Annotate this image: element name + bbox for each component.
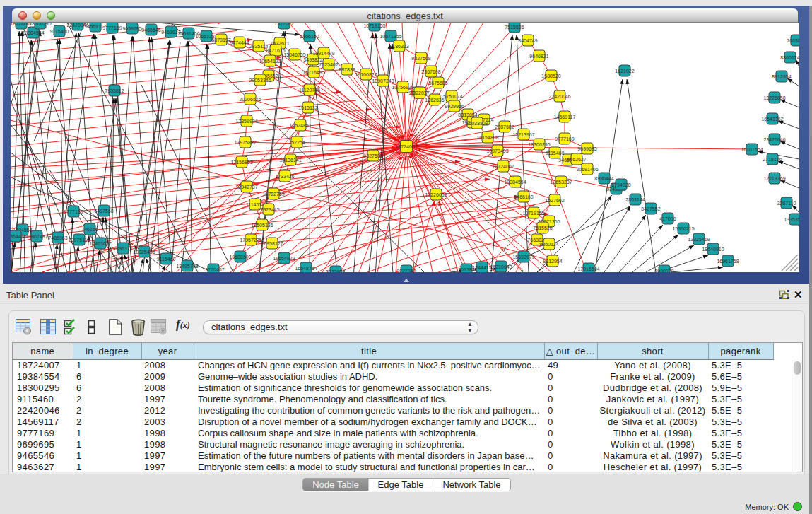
svg-text:7515526: 7515526	[533, 226, 552, 230]
svg-text:9327505: 9327505	[363, 153, 382, 158]
svg-text:9777169: 9777169	[64, 209, 83, 214]
svg-text:9646821: 9646821	[529, 54, 548, 59]
svg-text:12213369: 12213369	[763, 176, 785, 181]
svg-text:7955812: 7955812	[105, 88, 124, 93]
svg-text:9929966: 9929966	[445, 104, 464, 109]
svg-text:9227343: 9227343	[396, 269, 416, 273]
svg-text:14524851: 14524851	[289, 123, 311, 128]
svg-text:8427552: 8427552	[641, 206, 660, 211]
svg-text:1615132: 1615132	[298, 105, 317, 110]
svg-text:13325419: 13325419	[688, 237, 710, 242]
svg-text:10973493: 10973493	[486, 148, 508, 153]
svg-text:12942737: 12942737	[235, 185, 257, 189]
svg-text:9115460: 9115460	[546, 151, 565, 156]
svg-text:17016504: 17016504	[577, 267, 599, 271]
svg-text:9115460: 9115460	[157, 257, 176, 262]
svg-text:252254: 252254	[288, 140, 305, 145]
svg-text:13975887: 13975887	[234, 140, 256, 145]
svg-text:6466160: 6466160	[300, 34, 319, 39]
svg-text:15720407: 15720407	[202, 267, 224, 272]
svg-text:15751074: 15751074	[440, 94, 462, 99]
svg-text:9327508: 9327508	[411, 56, 430, 61]
svg-text:16782759: 16782759	[262, 192, 284, 197]
svg-text:10025438: 10025438	[133, 250, 155, 255]
svg-text:2367608: 2367608	[421, 69, 440, 74]
svg-text:20053346: 20053346	[249, 78, 271, 83]
svg-text:3675685: 3675685	[428, 81, 447, 86]
svg-text:10807487: 10807487	[25, 234, 47, 239]
svg-text:2087682: 2087682	[495, 124, 514, 129]
svg-text:15300215: 15300215	[672, 226, 694, 231]
svg-text:3215958: 3215958	[326, 269, 345, 273]
svg-text:1114519: 1114519	[246, 202, 264, 207]
svg-text:2803144: 2803144	[625, 197, 645, 202]
svg-text:18907243: 18907243	[372, 78, 394, 83]
svg-text:10654122: 10654122	[259, 59, 281, 64]
svg-text:19384554: 19384554	[504, 180, 526, 185]
svg-text:8471675: 8471675	[266, 48, 285, 53]
svg-text:13353594: 13353594	[784, 217, 799, 222]
svg-text:18300295: 18300295	[29, 23, 51, 26]
svg-text:18640910: 18640910	[702, 247, 724, 252]
svg-text:8813054: 8813054	[458, 112, 477, 117]
svg-text:10719155: 10719155	[363, 23, 385, 28]
svg-text:10756928: 10756928	[392, 85, 413, 90]
svg-text:9465546: 9465546	[141, 28, 160, 33]
svg-text:1588520: 1588520	[541, 74, 560, 78]
svg-text:8860124: 8860124	[539, 242, 558, 247]
svg-text:13495798: 13495798	[176, 264, 198, 269]
svg-text:10653287: 10653287	[550, 180, 572, 185]
svg-text:8990444: 8990444	[594, 176, 613, 181]
svg-text:16648754: 16648754	[295, 266, 317, 271]
svg-text:887833: 887833	[339, 67, 355, 72]
svg-text:12505135: 12505135	[251, 223, 273, 228]
svg-text:8454749: 8454749	[518, 38, 537, 43]
svg-text:8860124: 8860124	[780, 55, 799, 60]
svg-text:16961758: 16961758	[717, 259, 739, 264]
svg-text:8912954: 8912954	[543, 259, 562, 264]
svg-text:9777169: 9777169	[102, 25, 122, 30]
svg-text:18724007: 18724007	[395, 144, 417, 149]
svg-text:23420046: 23420046	[763, 137, 785, 142]
svg-text:6879197: 6879197	[211, 37, 230, 42]
svg-text:9699695: 9699695	[577, 146, 596, 151]
svg-text:9777169: 9777169	[555, 136, 574, 141]
svg-text:746266: 746266	[81, 227, 98, 232]
svg-text:12975115: 12975115	[69, 238, 90, 243]
svg-text:19654923: 19654923	[273, 256, 295, 261]
svg-text:7663822: 7663822	[787, 38, 799, 43]
svg-text:20691406: 20691406	[576, 167, 598, 172]
svg-text:14569117: 14569117	[554, 115, 576, 119]
svg-text:16210643: 16210643	[490, 264, 512, 269]
svg-text:19384554: 19384554	[22, 30, 44, 35]
svg-text:17957225: 17957225	[240, 238, 261, 243]
svg-text:1621022: 1621022	[615, 69, 634, 74]
svg-text:8938928: 8938928	[654, 269, 673, 273]
svg-text:9463627: 9463627	[567, 157, 586, 162]
svg-text:7886372: 7886372	[113, 246, 132, 251]
svg-text:14136141: 14136141	[279, 158, 301, 163]
svg-text:14463627: 14463627	[89, 241, 111, 246]
svg-text:9474444: 9474444	[230, 40, 249, 45]
svg-text:16914479: 16914479	[312, 51, 334, 56]
svg-text:1733426: 1733426	[275, 174, 294, 179]
svg-text:7515526: 7515526	[505, 25, 524, 30]
svg-text:17359924: 17359924	[235, 119, 257, 124]
svg-text:12156853: 12156853	[230, 160, 252, 165]
svg-text:19106827: 19106827	[355, 72, 377, 77]
svg-text:15046755: 15046755	[283, 52, 305, 57]
svg-text:16033809: 16033809	[466, 121, 488, 126]
svg-text:1527602: 1527602	[274, 23, 293, 26]
svg-text:7485063: 7485063	[48, 235, 67, 240]
svg-text:12213967: 12213967	[512, 132, 534, 137]
svg-text:9699695: 9699695	[122, 26, 141, 31]
svg-text:417006: 417006	[659, 216, 676, 221]
svg-text:20206576: 20206576	[239, 97, 261, 102]
svg-text:18300295: 18300295	[528, 142, 550, 147]
svg-text:12923445: 12923445	[257, 207, 279, 212]
svg-text:13226058: 13226058	[763, 95, 785, 100]
svg-text:7625402: 7625402	[319, 62, 338, 67]
svg-text:15716485: 15716485	[302, 70, 324, 75]
svg-text:8186323: 8186323	[389, 44, 408, 49]
svg-text:10688609: 10688609	[229, 255, 251, 259]
